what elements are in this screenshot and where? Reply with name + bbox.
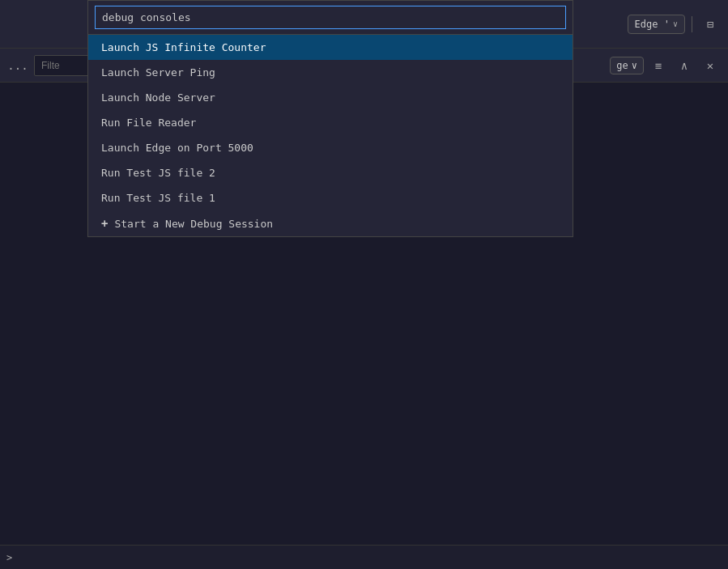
bottom-bar: > — [0, 545, 728, 569]
dropdown-item-label: Launch JS Infinite Counter — [101, 41, 266, 53]
edge-chevron: ∨ — [673, 19, 678, 28]
dropdown-item[interactable]: Run Test JS file 2 — [88, 160, 573, 185]
dropdown-item[interactable]: Launch Node Server — [88, 85, 573, 110]
layout-icon[interactable]: ⊟ — [699, 13, 722, 36]
dropdown-item[interactable]: +Start a New Debug Session — [88, 210, 573, 236]
dropdown-item-label: Launch Edge on Port 5000 — [101, 142, 253, 154]
bottom-chevron-icon: > — [6, 552, 12, 563]
top-bar-right: Edge ' ∨ ⊟ — [628, 13, 722, 36]
dropdown-list: Launch JS Infinite CounterLaunch Server … — [88, 35, 573, 236]
chevron-icon-2: ∨ — [632, 60, 637, 71]
dropdown-item-label: Run Test JS file 1 — [101, 192, 215, 204]
dropdown-item-label: Launch Server Ping — [101, 66, 215, 79]
dropdown-item[interactable]: Run File Reader — [88, 110, 573, 135]
dropdown-item-label: Run File Reader — [101, 117, 196, 129]
command-palette: Launch JS Infinite CounterLaunch Server … — [87, 0, 573, 237]
menu-icon[interactable]: ≡ — [647, 54, 670, 77]
edge-label-2: ge — [616, 60, 628, 71]
dropdown-item[interactable]: Launch JS Infinite Counter — [88, 35, 573, 60]
collapse-up-icon[interactable]: ∧ — [673, 54, 696, 77]
command-input[interactable] — [95, 6, 566, 29]
dropdown-item-label: Start a New Debug Session — [114, 218, 273, 230]
edge-badge-2[interactable]: ge ∨ — [610, 57, 644, 74]
edge-label: Edge ' — [635, 19, 670, 30]
bottom-chevron[interactable]: > — [6, 552, 12, 563]
edge-badge[interactable]: Edge ' ∨ — [628, 15, 685, 34]
close-icon[interactable]: ✕ — [699, 54, 722, 77]
plus-icon: + — [101, 217, 108, 230]
command-input-wrapper — [88, 1, 573, 35]
dropdown-item[interactable]: Launch Server Ping — [88, 60, 573, 85]
toolbar-separator — [692, 16, 692, 32]
dropdown-item[interactable]: Launch Edge on Port 5000 — [88, 135, 573, 160]
second-bar-right: ge ∨ ≡ ∧ ✕ — [610, 54, 722, 77]
ellipsis-button[interactable]: ... — [6, 54, 29, 77]
dropdown-item[interactable]: Run Test JS file 1 — [88, 185, 573, 210]
dropdown-item-label: Run Test JS file 2 — [101, 167, 215, 179]
dropdown-item-label: Launch Node Server — [101, 91, 215, 104]
